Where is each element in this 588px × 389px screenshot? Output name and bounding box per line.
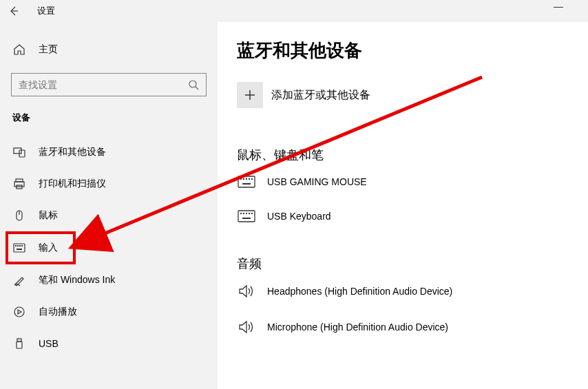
sidebar-section-label: 设备: [11, 112, 207, 124]
svg-rect-23: [238, 211, 255, 222]
svg-rect-3: [16, 179, 23, 182]
svg-rect-25: [243, 213, 244, 214]
svg-rect-16: [238, 176, 255, 187]
svg-rect-24: [240, 213, 242, 214]
svg-rect-21: [251, 178, 253, 180]
speaker-icon: [237, 320, 256, 334]
nav-label: 自动播放: [39, 306, 77, 318]
back-arrow-icon: [8, 6, 19, 17]
page-title: 蓝牙和其他设备: [237, 39, 571, 63]
nav-pen[interactable]: 笔和 Windows Ink: [11, 264, 207, 296]
keyboard-icon: [237, 176, 256, 188]
device-item[interactable]: USB GAMING MOUSE: [237, 176, 571, 188]
window-title: 设置: [37, 5, 55, 17]
svg-rect-26: [246, 213, 247, 214]
nav-usb[interactable]: USB: [11, 328, 207, 359]
svg-rect-19: [246, 178, 247, 180]
svg-rect-10: [19, 245, 21, 246]
section-audio: 音频: [237, 255, 571, 272]
svg-rect-8: [15, 245, 17, 246]
svg-point-13: [14, 307, 24, 317]
nav-typing[interactable]: 输入: [6, 231, 76, 264]
svg-rect-18: [243, 178, 244, 180]
nav-label: 蓝牙和其他设备: [39, 146, 106, 158]
back-button[interactable]: [8, 6, 25, 17]
device-label: Headphones (High Definition Audio Device…: [267, 286, 452, 297]
svg-point-0: [189, 81, 196, 87]
devices-icon: [12, 146, 26, 158]
sidebar: 主页 设备 蓝牙和其他设备 打印机和扫描仪 鼠标: [0, 22, 218, 389]
nav-label: 打印机和扫描仪: [39, 178, 106, 190]
device-label: USB GAMING MOUSE: [267, 176, 367, 187]
nav-label: 鼠标: [39, 209, 58, 222]
device-label: USB Keyboard: [267, 211, 331, 222]
add-device-button[interactable]: 添加蓝牙或其他设备: [237, 82, 571, 108]
main-content: 蓝牙和其他设备 添加蓝牙或其他设备 鼠标、键盘和笔 USB GAMING MOU…: [218, 22, 588, 389]
minimize-button[interactable]: [554, 7, 563, 8]
plus-icon: [237, 82, 263, 108]
svg-rect-7: [14, 244, 25, 252]
device-item[interactable]: USB Keyboard: [237, 210, 571, 222]
svg-rect-17: [240, 178, 242, 180]
svg-rect-27: [249, 213, 250, 214]
titlebar: 设置: [0, 0, 588, 22]
svg-rect-1: [14, 148, 21, 154]
device-item[interactable]: Headphones (High Definition Audio Device…: [237, 284, 571, 298]
add-device-label: 添加蓝牙或其他设备: [271, 88, 370, 103]
home-nav[interactable]: 主页: [11, 39, 207, 61]
device-label: Microphone (High Definition Audio Device…: [267, 322, 448, 333]
svg-rect-15: [17, 341, 22, 348]
nav-autoplay[interactable]: 自动播放: [11, 296, 207, 328]
svg-rect-11: [21, 245, 23, 246]
nav-label: USB: [39, 338, 59, 349]
search-box[interactable]: [11, 73, 207, 96]
keyboard-icon: [12, 243, 26, 253]
home-label: 主页: [39, 43, 58, 56]
autoplay-icon: [12, 306, 26, 318]
nav-label: 输入: [39, 242, 58, 254]
pen-icon: [12, 274, 26, 286]
nav-mouse[interactable]: 鼠标: [11, 200, 207, 231]
home-icon: [12, 43, 26, 56]
nav-label: 笔和 Windows Ink: [39, 274, 115, 286]
svg-rect-22: [242, 183, 251, 185]
svg-rect-28: [251, 213, 253, 214]
mouse-icon: [12, 209, 26, 222]
svg-rect-14: [17, 339, 21, 341]
keyboard-icon: [237, 210, 256, 222]
section-mouse-keyboard: 鼠标、键盘和笔: [237, 147, 571, 163]
nav-bluetooth[interactable]: 蓝牙和其他设备: [11, 136, 207, 168]
nav-printers[interactable]: 打印机和扫描仪: [11, 168, 207, 200]
device-item[interactable]: Microphone (High Definition Audio Device…: [237, 320, 571, 334]
svg-rect-20: [249, 178, 250, 180]
search-icon: [188, 79, 199, 90]
svg-rect-12: [17, 249, 22, 250]
svg-rect-29: [242, 218, 251, 219]
svg-rect-9: [17, 245, 19, 246]
speaker-icon: [237, 284, 256, 298]
usb-icon: [12, 337, 26, 350]
printer-icon: [12, 178, 26, 190]
svg-rect-4: [14, 182, 24, 187]
search-input[interactable]: [19, 79, 188, 90]
